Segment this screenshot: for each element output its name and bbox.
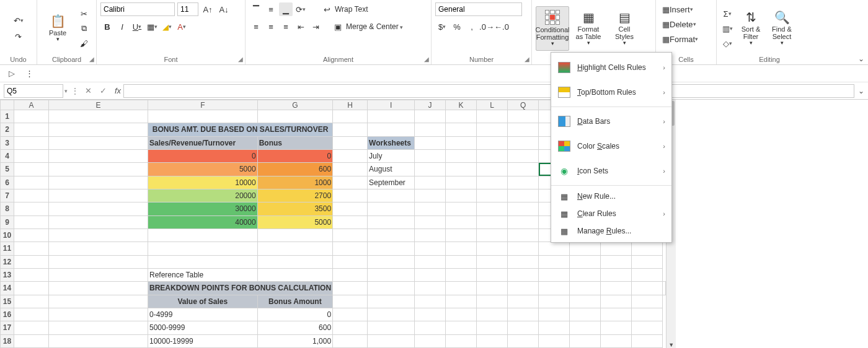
row-header[interactable]: 7 [1, 189, 14, 202]
row-header[interactable]: 16 [1, 308, 14, 321]
menu-icon-sets[interactable]: ◉ Icon Sets › [551, 159, 671, 183]
font-color-button[interactable]: A [175, 20, 188, 33]
cell[interactable] [415, 189, 446, 202]
find-select-button[interactable]: 🔍 Find & Select▾ [768, 6, 796, 51]
align-left-button[interactable]: ≡ [249, 20, 263, 33]
align-bottom-button[interactable]: ▁ [279, 2, 293, 16]
underline-button[interactable]: U [130, 20, 144, 33]
bonus-amount-cell[interactable]: 2700 [257, 189, 332, 202]
cell[interactable] [570, 268, 601, 281]
cell[interactable] [49, 202, 148, 215]
cell[interactable] [415, 215, 446, 228]
row-header[interactable]: 9 [1, 215, 14, 228]
cell[interactable] [333, 215, 368, 228]
col-header[interactable]: H [333, 100, 368, 110]
cell[interactable] [333, 228, 368, 241]
cell[interactable] [49, 136, 148, 149]
cell[interactable] [415, 149, 446, 162]
cell[interactable] [601, 308, 632, 321]
ref-value-cell[interactable]: 5000-9999 [148, 321, 258, 334]
cell[interactable] [333, 268, 368, 281]
cell[interactable] [49, 228, 148, 241]
cell[interactable] [601, 242, 632, 255]
bonus-amount-cell[interactable]: 3500 [257, 202, 332, 215]
row-header[interactable]: 15 [1, 295, 14, 308]
cell[interactable] [539, 255, 570, 268]
cell[interactable] [477, 334, 508, 347]
cell[interactable] [508, 295, 539, 308]
cell[interactable] [49, 242, 148, 255]
ref-value-cell[interactable]: 10000-19999 [148, 334, 258, 347]
cell[interactable] [508, 268, 539, 281]
cell[interactable] [477, 228, 508, 241]
cell[interactable] [508, 308, 539, 321]
font-size-combo[interactable] [177, 2, 198, 16]
autosum-button[interactable]: Σ [720, 7, 734, 20]
col-header[interactable]: G [257, 100, 332, 110]
cell[interactable] [49, 176, 148, 189]
cell[interactable] [415, 110, 446, 123]
cell[interactable] [257, 228, 332, 241]
cell[interactable] [14, 110, 49, 123]
cell[interactable] [14, 282, 49, 295]
cell[interactable] [14, 189, 49, 202]
cell[interactable] [477, 295, 508, 308]
paste-button[interactable]: 📋 Paste ▾ [41, 6, 74, 51]
insert-button[interactable]: ▦ Insert [660, 2, 696, 16]
row-header[interactable]: 18 [1, 334, 14, 347]
select-all-corner[interactable] [1, 100, 14, 110]
cell[interactable] [415, 321, 446, 334]
cell[interactable] [415, 255, 446, 268]
cell[interactable] [257, 268, 332, 281]
cell[interactable] [14, 308, 49, 321]
cell[interactable] [508, 202, 539, 215]
col-header[interactable]: Q [508, 100, 539, 110]
cell[interactable] [368, 255, 415, 268]
cell[interactable] [333, 202, 368, 215]
align-top-button[interactable]: ▔ [249, 2, 263, 16]
increase-decimal-button[interactable]: .0→ [480, 20, 494, 33]
redo-button[interactable]: ↷ [12, 30, 25, 43]
cell[interactable] [570, 295, 601, 308]
cell[interactable] [477, 163, 508, 176]
cell[interactable] [446, 321, 477, 334]
worksheet-cell[interactable]: September [368, 176, 415, 189]
cell[interactable] [477, 136, 508, 149]
delete-button[interactable]: ▦ Delete [660, 17, 699, 31]
cell[interactable] [632, 255, 663, 268]
ribbon-collapse-button[interactable]: ⌄ [858, 54, 864, 63]
menu-manage-rules[interactable]: ▦ Manage Rules... [551, 222, 671, 240]
cell[interactable] [49, 295, 148, 308]
cell[interactable] [368, 268, 415, 281]
cell[interactable] [368, 295, 415, 308]
reference-table-label[interactable]: Reference Table [148, 268, 258, 281]
cell[interactable] [446, 202, 477, 215]
touch-mode-button[interactable]: ▷ [5, 67, 19, 80]
cell[interactable] [368, 308, 415, 321]
cell[interactable] [49, 321, 148, 334]
cell[interactable] [415, 308, 446, 321]
cell[interactable] [415, 123, 446, 136]
cell[interactable] [49, 255, 148, 268]
cell[interactable] [333, 110, 368, 123]
cell[interactable] [14, 228, 49, 241]
cell[interactable] [570, 334, 601, 347]
cell[interactable] [368, 228, 415, 241]
increase-font-button[interactable]: A↑ [201, 2, 215, 16]
cell[interactable] [446, 215, 477, 228]
ref-bonus-cell[interactable]: 0 [257, 308, 332, 321]
cell[interactable] [49, 282, 148, 295]
italic-button[interactable]: I [115, 20, 129, 33]
fill-color-button[interactable]: ◢ [160, 20, 174, 33]
cell[interactable] [14, 255, 49, 268]
cut-button[interactable]: ✂ [77, 7, 91, 20]
cell[interactable] [477, 321, 508, 334]
cell[interactable] [477, 123, 508, 136]
cell[interactable] [49, 149, 148, 162]
menu-color-scales[interactable]: Color Scales › [551, 134, 671, 159]
cell[interactable] [333, 149, 368, 162]
cell[interactable] [446, 308, 477, 321]
bonus-sales-cell[interactable]: 5000 [148, 163, 258, 176]
cell-styles-button[interactable]: ▤ Cell Styles▾ [608, 6, 641, 51]
ref-value-cell[interactable]: 0-4999 [148, 308, 258, 321]
